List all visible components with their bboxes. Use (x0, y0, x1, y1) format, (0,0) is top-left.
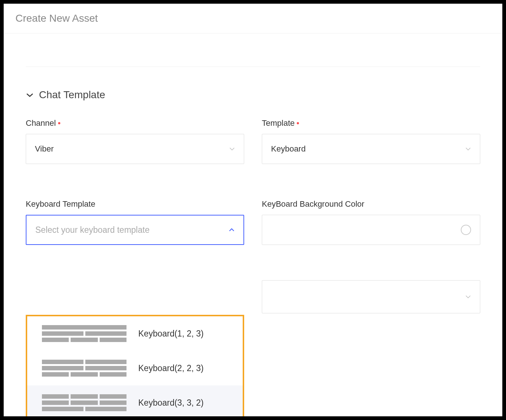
color-swatch-icon (461, 225, 471, 235)
bg-color-field: KeyBoard Background Color (262, 199, 480, 313)
page-title: Create New Asset (15, 13, 491, 24)
section-header[interactable]: Chat Template (26, 89, 480, 101)
keyboard-template-select[interactable]: Select your keyboard template (26, 215, 244, 245)
bg-color-input[interactable] (262, 215, 480, 245)
dropdown-option-3[interactable]: Keyboard(3, 3, 2) (27, 385, 243, 416)
chevron-down-icon (465, 146, 471, 152)
chevron-down-icon (229, 146, 235, 152)
channel-select[interactable]: Viber (26, 134, 244, 164)
chevron-down-icon (465, 294, 471, 300)
template-value: Keyboard (271, 144, 306, 154)
layout-preview-icon (42, 394, 126, 411)
option-label: Keyboard(1, 2, 3) (138, 329, 204, 339)
chevron-down-icon (26, 91, 34, 99)
keyboard-template-field: Keyboard Template Select your keyboard t… (26, 199, 244, 313)
page-header: Create New Asset (4, 4, 502, 33)
additional-select[interactable] (262, 280, 480, 313)
divider (26, 67, 480, 67)
keyboard-template-dropdown: Keyboard(1, 2, 3) Keyboard(2, 2, 3) (26, 315, 244, 416)
dropdown-option-1[interactable]: Keyboard(1, 2, 3) (27, 316, 243, 351)
template-label: Template (262, 118, 480, 128)
chevron-up-icon (229, 227, 235, 233)
dropdown-option-2[interactable]: Keyboard(2, 2, 3) (27, 351, 243, 385)
keyboard-template-placeholder: Select your keyboard template (35, 225, 150, 235)
bg-color-label: KeyBoard Background Color (262, 199, 480, 209)
option-label: Keyboard(3, 3, 2) (138, 398, 204, 408)
channel-field: Channel Viber (26, 118, 244, 164)
template-field: Template Keyboard (262, 118, 480, 164)
layout-preview-icon (42, 360, 126, 377)
layout-preview-icon (42, 325, 126, 342)
required-indicator (58, 122, 60, 124)
keyboard-template-label: Keyboard Template (26, 199, 244, 209)
section-title: Chat Template (39, 89, 105, 101)
channel-value: Viber (35, 144, 54, 154)
required-indicator (297, 122, 299, 124)
channel-label: Channel (26, 118, 244, 128)
option-label: Keyboard(2, 2, 3) (138, 363, 204, 373)
template-select[interactable]: Keyboard (262, 134, 480, 164)
